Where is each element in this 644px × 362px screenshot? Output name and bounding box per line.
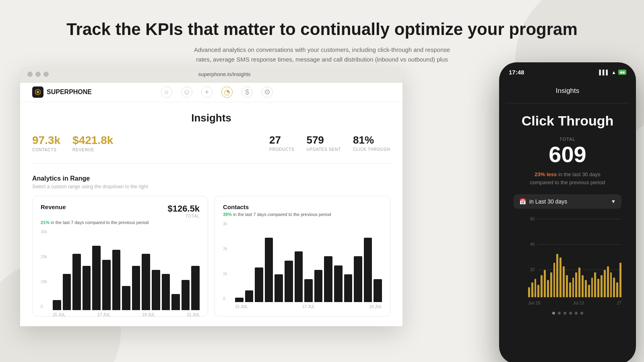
revenue-bar <box>142 254 150 310</box>
contacts-bar <box>344 274 353 302</box>
contacts-bar <box>354 256 362 302</box>
app-nav: SUPERPHONE ○ ☺ + ◔ $ ⚙ <box>20 82 402 102</box>
analytics-title: Analytics in Range <box>32 175 390 182</box>
revenue-bar <box>83 266 91 310</box>
revenue-x-21jul: 21 JUL <box>187 313 200 317</box>
kpi-clickthrough: 81% CLICK THROUGH <box>353 134 390 152</box>
nav-icon-settings[interactable]: ⚙ <box>262 86 273 98</box>
phone-wifi-icon: ▲ <box>611 70 616 75</box>
phone-bar <box>566 275 568 298</box>
phone-dot-3 <box>564 312 566 315</box>
browser-url: superphone.io/insights <box>54 71 395 77</box>
kpi-left-group: 97.3k CONTACTS $421.8k REVENUE <box>32 134 113 152</box>
kpi-row: 97.3k CONTACTS $421.8k REVENUE 27 PRODUC… <box>32 134 390 164</box>
phone-change-text: 23% less in the last 30 dayscompared to … <box>514 171 621 186</box>
contacts-change-pct: 39% <box>223 212 232 217</box>
nav-icon-add[interactable]: + <box>201 86 213 98</box>
app-logo-text: SUPERPHONE <box>47 88 92 96</box>
revenue-bar <box>132 266 140 310</box>
contacts-bar-chart <box>235 222 382 302</box>
contacts-bar <box>275 274 283 302</box>
contacts-bar <box>235 298 244 302</box>
phone-screen-title: Insights <box>506 82 630 103</box>
revenue-change-text: in the last 7 days compared to the previ… <box>50 220 149 225</box>
revenue-bar <box>122 286 130 310</box>
phone-bar <box>591 278 593 297</box>
phone-bar <box>544 270 546 297</box>
phone-date-picker-arrow-icon: ▼ <box>611 199 616 204</box>
nav-icon-circle[interactable]: ○ <box>161 86 172 98</box>
phone-bar <box>535 279 537 297</box>
phone-date-picker[interactable]: 📅 in Last 30 days ▼ <box>514 194 621 209</box>
phone-dot-1 <box>552 312 555 315</box>
contacts-x-15jul: 15 JUL <box>235 304 248 309</box>
contacts-y-1k: 1k <box>223 272 227 276</box>
page-heading: Track the KPIs that matter to continuall… <box>8 19 636 39</box>
revenue-chart-card: Revenue $126.5k TOTAL 21% in the last 7 … <box>32 196 208 317</box>
revenue-bar <box>191 266 200 310</box>
kpi-contacts-label: CONTACTS <box>32 148 60 152</box>
contacts-change-text: in the last 7 days compared to the previ… <box>232 212 331 217</box>
kpi-updates-label: UPDATES SENT <box>306 147 341 152</box>
contacts-x-19jul: 19 JUL <box>369 304 382 309</box>
analytics-section: Analytics in Range Select a custom range… <box>32 175 390 189</box>
phone-bars-container <box>528 217 621 297</box>
phone-bar <box>578 267 580 297</box>
nav-icon-clock[interactable]: ◔ <box>221 86 233 98</box>
contacts-bar <box>255 267 263 302</box>
phone-battery-icon: ■■ <box>618 70 626 75</box>
phone-status-icons: ▌▌▌ ▲ ■■ <box>599 70 627 75</box>
revenue-change-pct: 21% <box>41 220 50 225</box>
content-area: superphone.io/insights SUPERPHONE ○ ☺ + … <box>20 66 624 362</box>
phone-bar <box>597 279 599 297</box>
contacts-y-3k: 3k <box>223 222 227 226</box>
phone-bar <box>572 278 574 297</box>
nav-icon-dollar[interactable]: $ <box>242 86 253 98</box>
contacts-y-labels: 3k 2k 1k 0 <box>223 222 227 301</box>
analytics-subtitle: Select a custom range using the dropdown… <box>32 184 390 189</box>
revenue-total-value: $126.5k <box>167 204 200 214</box>
phone-notch-area: 17:48 ▌▌▌ ▲ ■■ <box>506 69 630 76</box>
contacts-x-17jul: 17 JUL <box>302 304 315 309</box>
revenue-y-10k: 10k <box>41 280 47 284</box>
phone-bar <box>619 263 621 297</box>
phone-page-dots <box>514 312 621 315</box>
contacts-bar <box>334 265 343 302</box>
phone-bar <box>531 282 533 297</box>
phone-total-label: TOTAL <box>514 137 621 142</box>
phone-bar <box>553 263 555 297</box>
contacts-y-2k: 2k <box>223 247 227 251</box>
phone-metric-title: Click Through <box>514 113 621 129</box>
charts-row: Revenue $126.5k TOTAL 21% in the last 7 … <box>32 196 390 317</box>
phone-bar <box>547 280 549 297</box>
phone-change-pct: 23% less <box>535 171 557 177</box>
revenue-x-15jul: 15 JUL <box>53 313 66 317</box>
kpi-revenue: $421.8k REVENUE <box>72 134 113 152</box>
revenue-bar <box>92 246 101 310</box>
phone-bar <box>582 275 584 298</box>
contacts-bar <box>374 279 382 302</box>
phone-bar <box>613 278 615 297</box>
phone-bar <box>528 287 530 297</box>
kpi-contacts-value: 97.3k <box>32 134 60 147</box>
phone-bar <box>569 282 571 297</box>
svg-point-1 <box>37 91 39 93</box>
nav-icon-person[interactable]: ☺ <box>181 86 192 98</box>
browser-dot-green <box>43 72 49 77</box>
revenue-bar <box>72 254 81 310</box>
revenue-bar <box>53 300 61 310</box>
contacts-bar <box>265 238 273 302</box>
phone-bar <box>575 272 577 297</box>
browser-dots <box>27 72 49 77</box>
phone-x-jul13: Jul 13 <box>573 301 584 305</box>
phone-mockup: 17:48 ▌▌▌ ▲ ■■ Insights Click Through TO… <box>499 62 636 362</box>
phone-total-value: 609 <box>514 143 621 166</box>
phone-x-27: 27 <box>617 301 621 305</box>
phone-screen: Insights Click Through TOTAL 609 23% les… <box>506 82 630 356</box>
phone-bar <box>610 272 612 297</box>
contacts-chart-title: Contacts <box>223 204 249 210</box>
phone-dot-6 <box>580 312 583 315</box>
kpi-products-label: PRODUCTS <box>269 147 295 152</box>
revenue-chart-title: Revenue <box>41 204 66 210</box>
phone-bar <box>556 254 558 297</box>
